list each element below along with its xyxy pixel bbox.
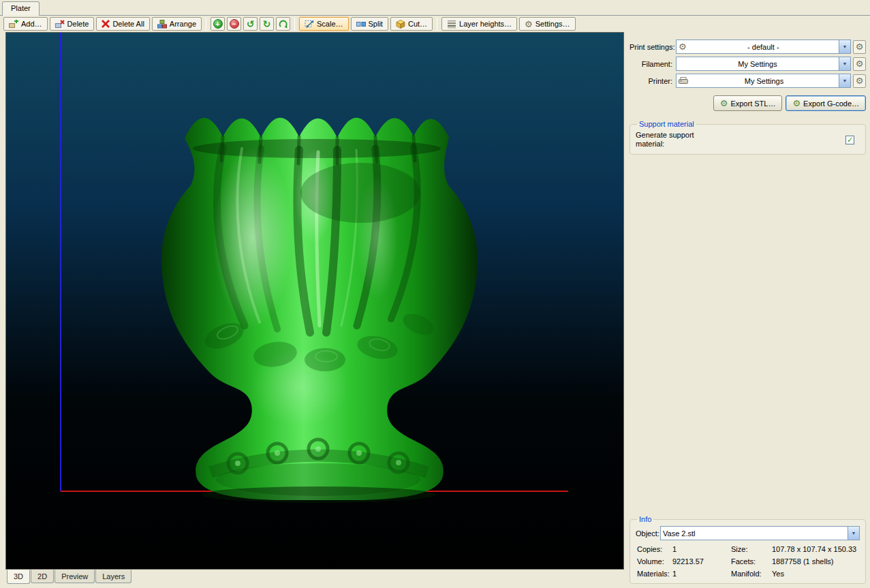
tab-layers[interactable]: Layers — [95, 570, 131, 583]
filament-combo[interactable]: My Settings ▼ — [676, 57, 851, 71]
export-gcode-button[interactable]: ⚙ Export G-code… — [786, 95, 866, 111]
viewport-3d[interactable] — [5, 32, 624, 570]
generate-support-checkbox[interactable]: ✓ — [845, 136, 854, 144]
copies-value: 1 — [672, 545, 730, 553]
filament-value: My Settings — [677, 60, 839, 68]
delete-all-icon — [102, 20, 110, 28]
fewer-copies-button[interactable]: − — [227, 17, 241, 31]
dropdown-arrow-icon[interactable]: ▼ — [848, 527, 859, 540]
toolbar-separator — [206, 18, 206, 31]
export-gcode-icon: ⚙ — [792, 99, 801, 108]
tab-3d[interactable]: 3D — [7, 570, 30, 584]
export-stl-icon: ⚙ — [720, 99, 728, 108]
object-label: Object: — [636, 529, 660, 538]
settings-label: Settings… — [535, 20, 570, 28]
info-group: Info Object: Vase 2.stl ▼ Copies: 1 Size… — [630, 515, 866, 584]
print-settings-combo[interactable]: ⚙ - default - ▼ — [676, 40, 851, 54]
generate-support-label: Generate support material: — [636, 131, 711, 149]
arrange-button[interactable]: Arrange — [152, 17, 202, 31]
filament-gear-button[interactable]: ⚙ — [853, 57, 866, 71]
cut-label: Cut… — [408, 20, 427, 28]
settings-button[interactable]: ⚙ Settings… — [519, 17, 575, 31]
vase-neck-shadow — [300, 163, 420, 223]
layer-heights-icon — [447, 20, 456, 29]
more-copies-button[interactable]: + — [211, 17, 225, 31]
printer-row: Printer: My Settings ▼ ⚙ — [630, 74, 866, 88]
export-stl-label: Export STL… — [730, 99, 775, 108]
print-settings-value: - default - — [688, 43, 839, 51]
filament-label: Filament: — [630, 60, 676, 68]
check-icon: ✓ — [847, 136, 853, 144]
volume-label: Volume: — [637, 557, 671, 566]
settings-gear-icon: ⚙ — [525, 20, 533, 29]
scale-button[interactable]: Scale… — [299, 17, 349, 31]
rotate-ccw-button[interactable]: ↺ — [243, 17, 258, 31]
support-material-group-title: Support material — [637, 120, 696, 128]
print-settings-row: Print settings: ⚙ - default - ▼ ⚙ — [630, 40, 866, 54]
vase-highlight — [213, 147, 292, 327]
object-combo[interactable]: Vase 2.stl ▼ — [660, 526, 860, 540]
export-row: ⚙ Export STL… ⚙ Export G-code… — [630, 95, 866, 111]
dropdown-arrow-icon[interactable]: ▼ — [839, 40, 850, 53]
dropdown-arrow-icon[interactable]: ▼ — [839, 57, 850, 70]
sidebar: Print settings: ⚙ - default - ▼ ⚙ Filame… — [628, 32, 870, 588]
rotate-custom-button[interactable] — [276, 17, 290, 31]
toolbar-separator — [437, 18, 437, 31]
gear-icon: ⚙ — [856, 42, 864, 51]
rotate-custom-icon — [279, 20, 288, 29]
printer-gear-button[interactable]: ⚙ — [853, 74, 866, 88]
minus-circle-icon: − — [230, 19, 239, 29]
tab-2d-label: 2D — [37, 572, 47, 581]
tab-preview[interactable]: Preview — [55, 570, 95, 583]
gear-icon: ⚙ — [856, 59, 864, 68]
rotate-ccw-icon: ↺ — [247, 19, 255, 29]
layer-heights-label: Layer heights… — [459, 20, 512, 28]
size-value: 107.78 x 107.74 x 150.33 — [772, 545, 860, 553]
delete-label: Delete — [67, 20, 89, 28]
add-button[interactable]: Add… — [3, 17, 48, 31]
dropdown-arrow-icon[interactable]: ▼ — [839, 74, 850, 87]
object-stats: Copies: 1 Size: 107.78 x 107.74 x 150.33… — [636, 545, 860, 578]
rotate-cw-button[interactable]: ↻ — [260, 17, 274, 31]
cut-button[interactable]: Cut… — [390, 17, 433, 31]
split-icon — [356, 20, 366, 29]
split-label: Split — [369, 20, 383, 28]
gear-icon: ⚙ — [856, 76, 864, 85]
split-button[interactable]: Split — [351, 17, 388, 31]
print-settings-gear-button[interactable]: ⚙ — [853, 40, 866, 54]
print-settings-label: Print settings: — [630, 43, 676, 51]
materials-label: Materials: — [637, 570, 671, 578]
object-row: Object: Vase 2.stl ▼ — [636, 526, 860, 540]
rotate-cw-icon: ↻ — [263, 19, 271, 29]
tab-2d[interactable]: 2D — [31, 570, 54, 583]
info-group-title: Info — [637, 515, 653, 523]
delete-all-button[interactable]: Delete All — [96, 17, 149, 31]
tab-plater-label: Plater — [11, 4, 31, 12]
layer-heights-button[interactable]: Layer heights… — [441, 17, 517, 31]
materials-value: 1 — [672, 570, 730, 578]
facets-value: 1887758 (1 shells) — [772, 557, 860, 566]
scale-label: Scale… — [317, 20, 343, 28]
delete-all-label: Delete All — [112, 20, 144, 28]
object-value: Vase 2.stl — [661, 529, 848, 538]
printer-icon — [679, 77, 688, 84]
delete-button[interactable]: Delete — [50, 17, 95, 31]
view-tabs: 3D 2D Preview Layers — [7, 570, 132, 584]
printer-value: My Settings — [689, 77, 839, 85]
filament-row: Filament: My Settings ▼ ⚙ — [630, 57, 866, 71]
tab-plater[interactable]: Plater — [2, 1, 40, 16]
preset-gear-icon: ⚙ — [679, 42, 687, 51]
plus-circle-icon: + — [213, 19, 223, 29]
add-icon — [9, 20, 18, 29]
arrange-label: Arrange — [170, 20, 196, 28]
tab-3d-label: 3D — [14, 572, 23, 581]
export-gcode-label: Export G-code… — [803, 99, 859, 108]
size-label: Size: — [731, 545, 771, 553]
printer-combo[interactable]: My Settings ▼ — [676, 74, 851, 88]
delete-icon — [55, 20, 65, 29]
tab-preview-label: Preview — [61, 572, 88, 581]
export-stl-button[interactable]: ⚙ Export STL… — [713, 95, 783, 111]
cut-icon — [396, 20, 405, 29]
manifold-label: Manifold: — [731, 570, 771, 578]
toolbar: Add… Delete Delete All Arrange + − ↺ ↻ — [0, 16, 870, 32]
